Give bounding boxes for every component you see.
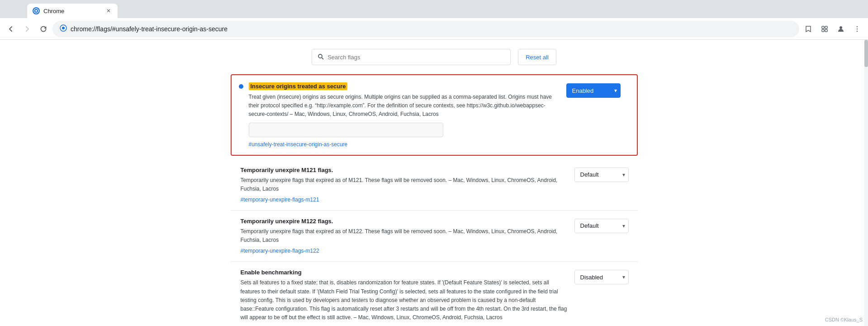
scrollbar[interactable] bbox=[864, 40, 868, 326]
extensions-button[interactable] bbox=[817, 22, 832, 36]
flag-item-benchmarking: Enable benchmarking Sets all features to… bbox=[231, 262, 638, 326]
flag-title-m122: Temporarily unexpire M122 flags. bbox=[241, 218, 569, 225]
back-button[interactable] bbox=[4, 22, 18, 36]
flag-title-m121: Temporarily unexpire M121 flags. bbox=[241, 167, 569, 173]
svg-point-8 bbox=[840, 26, 842, 29]
svg-point-9 bbox=[857, 26, 858, 27]
flag-content-insecure: Insecure origins treated as secure Treat… bbox=[249, 82, 561, 148]
page-content: Reset all Insecure origins treated as se… bbox=[0, 40, 868, 326]
flag-link-m122[interactable]: #temporary-unexpire-flags-m122 bbox=[241, 248, 319, 254]
flag-dropdown-insecure[interactable]: Default Enabled Disabled bbox=[566, 83, 621, 98]
menu-button[interactable] bbox=[850, 22, 864, 36]
svg-rect-7 bbox=[825, 29, 827, 32]
watermark: CSDN ©Klaus_S bbox=[825, 317, 863, 322]
scrollbar-thumb[interactable] bbox=[864, 40, 868, 67]
flag-select-benchmarking: Default Enabled Disabled ▾ bbox=[574, 270, 629, 284]
flag-content-benchmarking: Enable benchmarking Sets all features to… bbox=[231, 269, 569, 326]
flag-control-benchmarking: Default Enabled Disabled ▾ bbox=[574, 269, 638, 284]
profile-button[interactable] bbox=[834, 22, 848, 36]
bookmark-button[interactable] bbox=[801, 22, 816, 36]
flag-link-insecure[interactable]: #unsafely-treat-insecure-origin-as-secur… bbox=[249, 141, 348, 148]
active-tab[interactable]: Chrome ✕ bbox=[27, 4, 118, 18]
svg-rect-5 bbox=[825, 26, 827, 29]
flag-dropdown-benchmarking[interactable]: Default Enabled Disabled bbox=[574, 270, 629, 284]
flag-select-m121: Default Enabled Disabled ▾ bbox=[574, 168, 629, 182]
search-bar-wrapper: Reset all bbox=[231, 49, 638, 65]
flag-dropdown-m121[interactable]: Default Enabled Disabled bbox=[574, 168, 629, 182]
flag-desc-benchmarking: Sets all features to a fixed state; that… bbox=[241, 278, 569, 322]
flag-title-insecure: Insecure origins treated as secure bbox=[249, 82, 561, 90]
browser-chrome: Chrome ✕ bbox=[0, 0, 868, 40]
flag-item-m122: Temporarily unexpire M122 flags. Tempora… bbox=[231, 211, 638, 262]
chrome-icon bbox=[60, 24, 67, 33]
flag-content-m122: Temporarily unexpire M122 flags. Tempora… bbox=[231, 218, 569, 254]
flag-desc-m121: Temporarily unexpire flags that expired … bbox=[241, 176, 569, 193]
search-input[interactable] bbox=[327, 54, 505, 61]
tab-bar: Chrome ✕ bbox=[0, 0, 868, 18]
svg-point-3 bbox=[62, 27, 65, 29]
svg-point-1 bbox=[35, 10, 37, 12]
tab-icon bbox=[33, 7, 40, 14]
flag-dot-insecure bbox=[239, 84, 243, 89]
tab-close-button[interactable]: ✕ bbox=[105, 7, 112, 14]
flag-item-m121: Temporarily unexpire M121 flags. Tempora… bbox=[231, 159, 638, 211]
svg-rect-6 bbox=[822, 29, 824, 32]
tab-title: Chrome bbox=[43, 8, 101, 14]
flag-control-m122: Default Enabled Disabled ▾ bbox=[574, 218, 638, 233]
flag-input-wrapper-insecure bbox=[249, 123, 561, 137]
flag-title-benchmarking: Enable benchmarking bbox=[241, 269, 569, 276]
flag-item-insecure-origins: Insecure origins treated as secure Treat… bbox=[231, 74, 638, 156]
flag-content-m121: Temporarily unexpire M121 flags. Tempora… bbox=[231, 167, 569, 203]
svg-point-12 bbox=[318, 54, 322, 58]
flag-control-m121: Default Enabled Disabled ▾ bbox=[574, 167, 638, 182]
svg-line-13 bbox=[322, 58, 324, 59]
address-bar[interactable]: chrome://flags/#unsafely-treat-insecure-… bbox=[52, 21, 799, 37]
reset-all-button[interactable]: Reset all bbox=[518, 49, 556, 65]
forward-button[interactable] bbox=[20, 22, 34, 36]
search-bar bbox=[312, 49, 511, 65]
flag-dropdown-m122[interactable]: Default Enabled Disabled bbox=[574, 219, 629, 233]
search-icon bbox=[318, 53, 324, 61]
svg-point-10 bbox=[857, 28, 858, 29]
reload-button[interactable] bbox=[36, 22, 51, 36]
nav-actions bbox=[801, 22, 864, 36]
flag-title-text-insecure: Insecure origins treated as secure bbox=[249, 82, 348, 90]
flag-link-m121[interactable]: #temporary-unexpire-flags-m121 bbox=[241, 197, 319, 203]
svg-point-11 bbox=[857, 30, 858, 31]
nav-bar: chrome://flags/#unsafely-treat-insecure-… bbox=[0, 18, 868, 40]
flag-control-insecure: Default Enabled Disabled ▾ bbox=[566, 82, 630, 98]
flag-desc-m122: Temporarily unexpire flags that expired … bbox=[241, 227, 569, 244]
svg-rect-4 bbox=[822, 26, 824, 29]
flag-select-m122: Default Enabled Disabled ▾ bbox=[574, 219, 629, 233]
flag-desc-insecure: Treat given (insecure) origins as secure… bbox=[249, 93, 561, 119]
flags-container: Reset all Insecure origins treated as se… bbox=[231, 49, 638, 326]
address-text: chrome://flags/#unsafely-treat-insecure-… bbox=[71, 25, 792, 33]
flag-select-insecure: Default Enabled Disabled ▾ bbox=[566, 83, 621, 98]
flag-input-insecure[interactable] bbox=[249, 123, 443, 137]
